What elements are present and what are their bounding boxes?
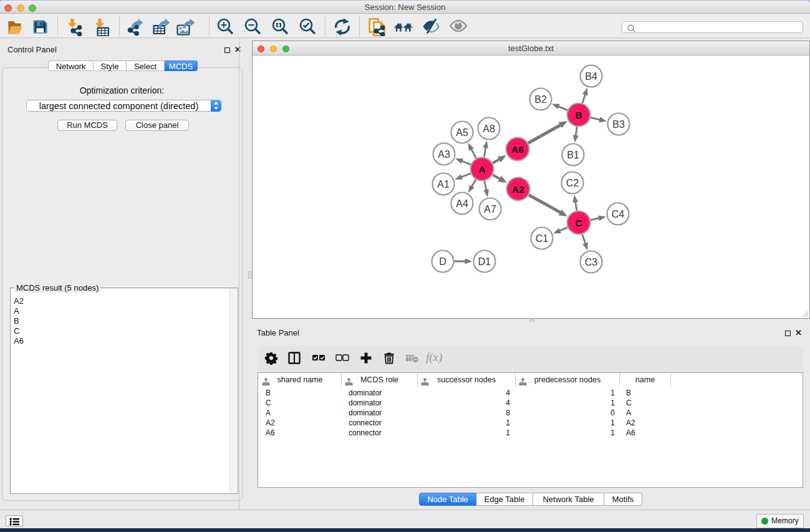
svg-text:A: A xyxy=(478,164,485,175)
svg-text:B4: B4 xyxy=(585,71,597,82)
svg-text:C2: C2 xyxy=(566,178,579,188)
svg-text:A3: A3 xyxy=(438,149,450,160)
svg-text:A8: A8 xyxy=(483,123,495,134)
svg-text:D: D xyxy=(439,256,446,267)
svg-text:A7: A7 xyxy=(484,204,496,215)
svg-text:B: B xyxy=(575,110,582,120)
svg-text:C3: C3 xyxy=(585,257,598,268)
svg-text:A5: A5 xyxy=(456,127,468,138)
svg-text:B1: B1 xyxy=(567,150,579,160)
svg-text:B3: B3 xyxy=(612,119,625,130)
svg-text:C4: C4 xyxy=(612,209,625,220)
svg-text:C: C xyxy=(575,218,582,228)
svg-text:C1: C1 xyxy=(536,233,549,244)
svg-text:A6: A6 xyxy=(511,144,524,155)
svg-text:A1: A1 xyxy=(437,179,450,190)
svg-text:D1: D1 xyxy=(478,256,491,267)
svg-text:f(x): f(x) xyxy=(426,351,442,364)
svg-text:A2: A2 xyxy=(512,184,524,195)
svg-text:A4: A4 xyxy=(456,198,468,209)
svg-text:B2: B2 xyxy=(534,94,547,105)
